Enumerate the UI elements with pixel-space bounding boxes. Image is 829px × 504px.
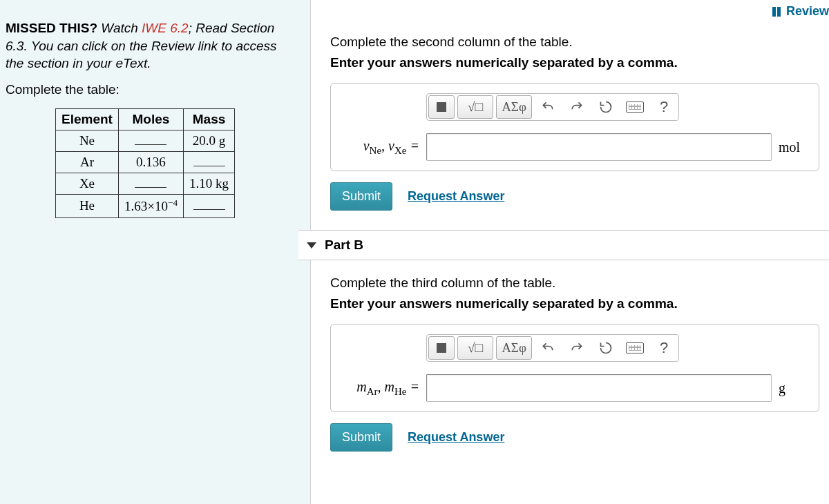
keyboard-icon[interactable]: [622, 336, 648, 360]
part-b-answer-box: √□ ΑΣφ ? mAr, mHe = g: [330, 324, 819, 412]
missed-this-text: MISSED THIS? Watch IWE 6.2; Read Section…: [6, 19, 296, 72]
part-a-request-answer-link[interactable]: Request Answer: [408, 189, 504, 204]
col-element: Element: [56, 108, 119, 130]
part-b-header[interactable]: Part B: [298, 230, 829, 260]
col-mass: Mass: [184, 108, 235, 130]
part-b-unit: g: [779, 380, 806, 396]
question-context-panel: MISSED THIS? Watch IWE 6.2; Read Section…: [0, 0, 311, 504]
fraction-root-icon[interactable]: √□: [457, 95, 493, 119]
part-a-instruction: Complete the second column of the table.: [330, 35, 819, 50]
undo-icon[interactable]: [535, 95, 561, 119]
part-b-answer-input[interactable]: [426, 374, 772, 402]
flag-icon: [772, 6, 782, 20]
part-b-variable-label: mAr, mHe =: [343, 379, 419, 398]
equation-toolbar: √□ ΑΣφ ?: [426, 93, 679, 121]
part-a-submit-button[interactable]: Submit: [330, 182, 392, 211]
caret-down-icon: [307, 242, 316, 249]
part-a-answer-input[interactable]: [426, 133, 772, 161]
part-a-instruction-2: Enter your answers numerically separated…: [330, 55, 819, 70]
table-row: Ar 0.136: [56, 152, 235, 173]
col-moles: Moles: [118, 108, 183, 130]
part-b-instruction: Complete the third column of the table.: [330, 275, 819, 291]
greek-symbols-button[interactable]: ΑΣφ: [496, 95, 532, 119]
part-b-request-answer-link[interactable]: Request Answer: [408, 430, 504, 445]
iwe-link[interactable]: IWE 6.2: [142, 21, 189, 35]
reset-icon[interactable]: [593, 336, 619, 360]
table-row: Ne 20.0 g: [56, 130, 235, 151]
greek-symbols-button[interactable]: ΑΣφ: [496, 336, 532, 360]
template-icon[interactable]: [428, 336, 455, 360]
part-a-variable-label: νNe, νXe =: [343, 138, 419, 157]
reset-icon[interactable]: [593, 95, 619, 119]
keyboard-icon[interactable]: [622, 95, 648, 119]
review-link[interactable]: Review: [772, 4, 829, 20]
element-table: Element Moles Mass Ne 20.0 g Ar 0.136 Xe: [55, 108, 235, 218]
table-row: He 1.63×10−4: [56, 195, 235, 217]
redo-icon[interactable]: [564, 336, 590, 360]
fraction-root-icon[interactable]: √□: [457, 336, 493, 360]
equation-toolbar: √□ ΑΣφ ?: [426, 334, 679, 362]
help-icon[interactable]: ?: [651, 95, 677, 119]
part-a-answer-box: √□ ΑΣφ ? νNe, νXe = mol: [330, 83, 819, 171]
part-b-instruction-2: Enter your answers numerically separated…: [330, 296, 819, 311]
template-icon[interactable]: [428, 95, 455, 119]
undo-icon[interactable]: [535, 336, 561, 360]
answer-panel: Review Complete the second column of the…: [311, 0, 829, 504]
table-row: Xe 1.10 kg: [56, 173, 235, 195]
part-b-submit-button[interactable]: Submit: [330, 423, 392, 452]
part-a-unit: mol: [779, 139, 806, 155]
complete-table-prompt: Complete the table:: [6, 82, 296, 97]
help-icon[interactable]: ?: [651, 336, 677, 360]
redo-icon[interactable]: [564, 95, 590, 119]
